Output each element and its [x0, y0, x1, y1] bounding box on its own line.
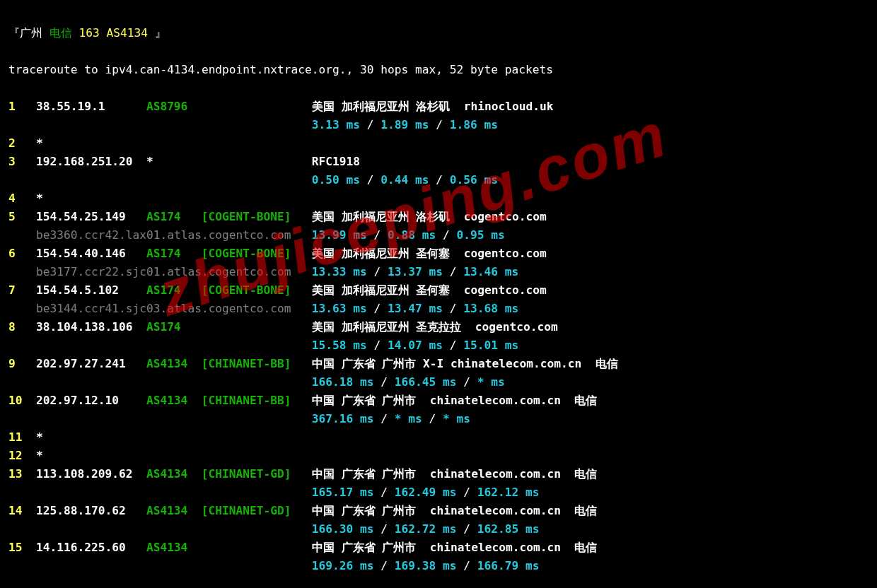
hop-location: 中国 广东省 广州市 chinatelecom.com.cn 电信 — [312, 539, 598, 557]
hop-asn: AS174 — [146, 245, 202, 263]
hop-location: 美国 加利福尼亚州 洛杉矶 rhinocloud.uk — [312, 98, 554, 116]
hop-timing: 166.18 ms / 166.45 ms / * ms — [312, 375, 505, 389]
hop-tag: [COGENT-BONE] — [202, 245, 312, 263]
hop-number: 11 — [8, 428, 36, 447]
hop-row: 6154.54.40.146AS174[COGENT-BONE]美国 加利福尼亚… — [8, 245, 869, 263]
hop-number: 10 — [8, 392, 36, 410]
hop-ip: * — [36, 449, 43, 462]
hop-location: 美国 加利福尼亚州 圣何塞 cogentco.com — [312, 245, 547, 263]
header-backbone: 163 — [72, 26, 100, 40]
hop-timing-row: 169.26 ms / 169.38 ms / 166.79 ms — [8, 557, 869, 575]
hop-row: 9202.97.27.241AS4134[CHINANET-BB]中国 广东省 … — [8, 355, 869, 373]
hop-number: 2 — [8, 134, 36, 153]
hop-ip: * — [36, 136, 43, 150]
hop-number: 8 — [8, 318, 36, 336]
hop-timing-row: 165.17 ms / 162.49 ms / 162.12 ms — [8, 483, 869, 502]
hop-ip: 202.97.12.10 — [36, 392, 146, 410]
hop-asn: AS8796 — [146, 98, 202, 116]
hop-timing: 3.13 ms / 1.89 ms / 1.86 ms — [312, 118, 498, 131]
hop-row: 7154.54.5.102AS174[COGENT-BONE]美国 加利福尼亚州… — [8, 281, 869, 300]
hop-location: 中国 广东省 广州市 chinatelecom.com.cn 电信 — [312, 465, 598, 483]
hop-ptr: be3177.ccr22.sjc01.atlas.cogentco.com — [36, 263, 312, 281]
hop-timing: 13.33 ms / 13.37 ms / 13.46 ms — [312, 265, 518, 278]
hop-row: 2* — [8, 134, 869, 153]
hop-timing: 165.17 ms / 162.49 ms / 162.12 ms — [312, 486, 540, 499]
terminal-output: 『广州 电信 163 AS4134 』 traceroute to ipv4.c… — [0, 0, 877, 588]
hop-number: 9 — [8, 355, 36, 373]
hop-timing-row: 166.18 ms / 166.45 ms / * ms — [8, 373, 869, 392]
hop-location: 美国 加利福尼亚州 圣克拉拉 cogentco.com — [312, 318, 558, 336]
hop-ip: * — [36, 192, 43, 205]
hop-ptr-row: be3144.ccr41.sjc03.atlas.cogentco.com13.… — [8, 300, 869, 318]
hop-asn: * — [146, 153, 202, 171]
hop-tag: [COGENT-BONE] — [202, 208, 312, 226]
hop-asn: AS4134 — [146, 465, 202, 483]
hop-asn: AS174 — [146, 318, 202, 336]
traceroute-command: traceroute to ipv4.can-4134.endpoint.nxt… — [8, 61, 869, 79]
hop-number: 5 — [8, 208, 36, 226]
hop-tag: [CHINANET-BB] — [202, 355, 312, 373]
hop-number: 15 — [8, 539, 36, 557]
hop-number: 6 — [8, 245, 36, 263]
hop-row: 5154.54.25.149AS174[COGENT-BONE]美国 加利福尼亚… — [8, 208, 869, 226]
hop-number: 14 — [8, 502, 36, 520]
hop-list: 138.55.19.1AS8796美国 加利福尼亚州 洛杉矶 rhinoclou… — [8, 98, 869, 575]
hop-asn: AS4134 — [146, 392, 202, 410]
hop-location: 中国 广东省 广州市 chinatelecom.com.cn 电信 — [312, 502, 598, 520]
hop-ip: 14.116.225.60 — [36, 539, 146, 557]
header-carrier: 电信 — [50, 26, 72, 40]
hop-ip: 125.88.170.62 — [36, 502, 146, 520]
hop-ip: 154.54.25.149 — [36, 208, 146, 226]
hop-row: 4* — [8, 189, 869, 208]
hop-number: 3 — [8, 153, 36, 171]
hop-asn: AS174 — [146, 281, 202, 300]
hop-row: 13113.108.209.62AS4134[CHINANET-GD]中国 广东… — [8, 465, 869, 483]
hop-location: 中国 广东省 广州市 X-I chinatelecom.com.cn 电信 — [312, 355, 618, 373]
hop-location: RFC1918 — [312, 153, 360, 171]
hop-asn: AS4134 — [146, 355, 202, 373]
hop-ip: 38.55.19.1 — [36, 98, 146, 116]
hop-row: 838.104.138.106AS174美国 加利福尼亚州 圣克拉拉 cogen… — [8, 318, 869, 336]
hop-timing-row: 367.16 ms / * ms / * ms — [8, 410, 869, 428]
hop-timing: 13.63 ms / 13.47 ms / 13.68 ms — [312, 302, 518, 315]
header-close: 』 — [148, 26, 166, 40]
hop-ip: 202.97.27.241 — [36, 355, 146, 373]
hop-tag: [CHINANET-BB] — [202, 392, 312, 410]
hop-ip: 154.54.5.102 — [36, 281, 146, 300]
hop-ptr-row: be3360.ccr42.lax01.atlas.cogentco.com13.… — [8, 226, 869, 245]
trace-header: 『广州 电信 163 AS4134 』 — [8, 24, 869, 42]
hop-ptr: be3144.ccr41.sjc03.atlas.cogentco.com — [36, 300, 312, 318]
hop-tag: [COGENT-BONE] — [202, 281, 312, 300]
hop-row: 138.55.19.1AS8796美国 加利福尼亚州 洛杉矶 rhinoclou… — [8, 98, 869, 116]
hop-timing: 367.16 ms / * ms / * ms — [312, 412, 470, 425]
hop-row: 11* — [8, 428, 869, 447]
hop-row: 12* — [8, 447, 869, 465]
hop-location: 美国 加利福尼亚州 圣何塞 cogentco.com — [312, 281, 547, 300]
hop-row: 1514.116.225.60AS4134中国 广东省 广州市 chinatel… — [8, 539, 869, 557]
hop-timing-row: 166.30 ms / 162.72 ms / 162.85 ms — [8, 520, 869, 539]
hop-timing: 0.50 ms / 0.44 ms / 0.56 ms — [312, 173, 498, 187]
hop-timing: 166.30 ms / 162.72 ms / 162.85 ms — [312, 522, 540, 536]
hop-row: 10202.97.12.10AS4134[CHINANET-BB]中国 广东省 … — [8, 392, 869, 410]
hop-tag: [CHINANET-GD] — [202, 502, 312, 520]
hop-ip: 38.104.138.106 — [36, 318, 146, 336]
hop-number: 4 — [8, 189, 36, 208]
hop-ptr: be3360.ccr42.lax01.atlas.cogentco.com — [36, 226, 312, 245]
hop-timing: 15.58 ms / 14.07 ms / 15.01 ms — [312, 339, 518, 352]
header-open: 『 — [8, 26, 20, 40]
hop-number: 12 — [8, 447, 36, 465]
hop-ip: * — [36, 430, 43, 444]
hop-ip: 154.54.40.146 — [36, 245, 146, 263]
hop-timing-row: 15.58 ms / 14.07 ms / 15.01 ms — [8, 336, 869, 355]
hop-tag: [CHINANET-GD] — [202, 465, 312, 483]
hop-row: 3192.168.251.20*RFC1918 — [8, 153, 869, 171]
hop-asn: AS174 — [146, 208, 202, 226]
header-asn: AS4134 — [100, 26, 148, 40]
hop-location: 中国 广东省 广州市 chinatelecom.com.cn 电信 — [312, 392, 598, 410]
hop-number: 13 — [8, 465, 36, 483]
hop-asn: AS4134 — [146, 539, 202, 557]
hop-ip: 113.108.209.62 — [36, 465, 146, 483]
hop-timing-row: 0.50 ms / 0.44 ms / 0.56 ms — [8, 171, 869, 189]
hop-timing: 169.26 ms / 169.38 ms / 166.79 ms — [312, 559, 540, 572]
hop-asn: AS4134 — [146, 502, 202, 520]
